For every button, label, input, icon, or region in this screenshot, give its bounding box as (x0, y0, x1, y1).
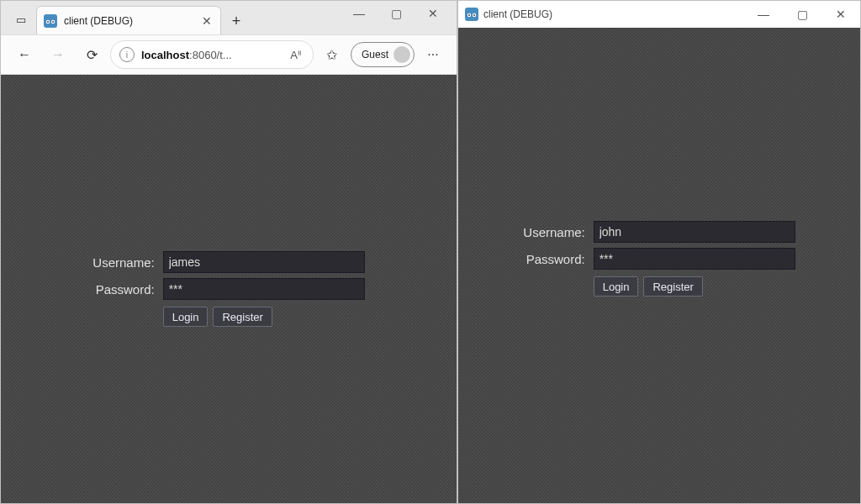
close-icon[interactable]: ✕ (821, 1, 860, 28)
button-row: Login Register (163, 307, 365, 327)
username-input[interactable] (594, 221, 795, 243)
login-form: Username: Password: Login Register (523, 221, 795, 297)
avatar-icon (394, 46, 410, 63)
native-window: client (DEBUG) — ▢ ✕ Username: Password:… (457, 0, 861, 504)
back-button[interactable]: ← (9, 39, 40, 70)
reload-button[interactable]: ⟳ (77, 39, 107, 70)
tab-title: client (DEBUG) (64, 15, 195, 27)
svg-point-4 (52, 21, 54, 23)
minimize-icon[interactable]: — (744, 1, 783, 28)
minimize-icon[interactable]: — (341, 1, 378, 26)
tab-strip: ▭ client (DEBUG) ✕ + — ▢ ✕ (1, 1, 457, 34)
new-tab-button[interactable]: + (223, 8, 250, 34)
tab-panel-icon[interactable]: ▭ (6, 4, 36, 34)
svg-point-9 (473, 14, 475, 16)
address-bar[interactable]: i localhost:8060/t... Aᴵᴵ (110, 40, 314, 69)
godot-favicon-icon (44, 14, 57, 28)
more-menu-button[interactable]: ··· (418, 39, 448, 70)
native-viewport: Username: Password: Login Register (458, 28, 860, 503)
register-button[interactable]: Register (643, 276, 702, 297)
browser-viewport: Username: Password: Login Register (1, 75, 457, 503)
browser-tab[interactable]: client (DEBUG) ✕ (36, 6, 221, 34)
window-title: client (DEBUG) (483, 8, 744, 20)
svg-point-8 (468, 14, 470, 16)
password-label: Password: (92, 282, 156, 297)
profile-button[interactable]: Guest (351, 42, 415, 67)
login-form: Username: Password: Login Register (92, 251, 364, 327)
maximize-icon[interactable]: ▢ (783, 1, 821, 28)
login-button[interactable]: Login (163, 307, 209, 327)
favorites-icon[interactable]: ✩ (317, 39, 347, 70)
native-window-controls: — ▢ ✕ (744, 1, 860, 28)
username-label: Username: (523, 225, 586, 239)
button-row: Login Register (594, 276, 795, 297)
browser-window: ▭ client (DEBUG) ✕ + — ▢ ✕ ← → ⟳ i local… (0, 0, 457, 504)
username-input[interactable] (163, 251, 365, 273)
username-label: Username: (92, 255, 156, 270)
register-button[interactable]: Register (213, 307, 272, 327)
browser-toolbar: ← → ⟳ i localhost:8060/t... Aᴵᴵ ✩ Guest … (1, 34, 457, 75)
svg-point-3 (47, 21, 49, 23)
svg-rect-5 (465, 8, 478, 21)
site-info-icon[interactable]: i (119, 47, 135, 62)
forward-button[interactable]: → (43, 39, 73, 70)
login-button[interactable]: Login (594, 276, 639, 297)
tab-close-icon[interactable]: ✕ (202, 14, 212, 28)
password-label: Password: (523, 252, 586, 266)
godot-app-icon (465, 8, 478, 21)
svg-rect-0 (44, 14, 57, 28)
password-input[interactable] (163, 278, 365, 300)
close-icon[interactable]: ✕ (415, 1, 452, 26)
maximize-icon[interactable]: ▢ (378, 1, 415, 26)
password-input[interactable] (594, 248, 795, 270)
browser-window-controls: — ▢ ✕ (341, 1, 452, 26)
profile-label: Guest (362, 49, 388, 60)
url-text: localhost:8060/t... (141, 49, 280, 61)
reader-mode-icon[interactable]: Aᴵᴵ (287, 49, 304, 61)
titlebar: client (DEBUG) — ▢ ✕ (458, 1, 860, 28)
